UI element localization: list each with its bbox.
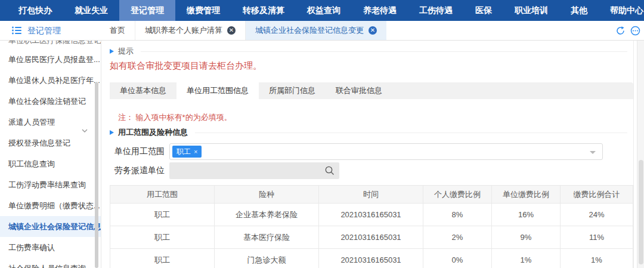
wintab-registration-change-label: 城镇企业社会保险登记信息变更 [255,25,364,36]
content-tabs: 单位基本信息 单位用工范围信息 所属部门信息 联合审批信息 [110,82,633,99]
col-header-unit-rate: 单位缴费比例 [492,186,561,204]
employment-scope-label: 单位用工范围 [114,146,169,157]
table-cell: 基本医疗保险 [215,226,319,249]
dispatch-unit-label: 劳务派遣单位 [114,165,169,176]
sidebar-item-cancel-registration[interactable]: 单位社会保险注销登记 [0,91,101,112]
hint-title: 提示 [118,46,134,57]
nav-item-medical[interactable]: 医保 [464,0,503,21]
dispatch-unit-input[interactable] [169,162,339,179]
tab-department-info[interactable]: 所属部门信息 [259,82,326,99]
tab-joint-approval[interactable]: 联合审批信息 [326,82,392,99]
sidebar-item-payment-detail[interactable]: 单位缴费明细（缴费状态... [0,195,101,216]
table-cell: 20210316165031 [319,204,423,226]
nav-item-registration[interactable]: 登记管理 [119,0,175,21]
sidebar-item-partial-top[interactable]: 单位职工医疗保险信息登记 [0,41,101,49]
sidebar-item-label: 单位职工医疗保险信息登记 [8,41,101,45]
top-nav: 打包快办 就业失业 登记管理 缴费管理 转移及清算 权益查询 养老待遇 工伤待遇… [0,0,644,21]
triangle-right-icon [110,130,114,135]
nav-item-employment[interactable]: 就业失业 [63,0,119,21]
main-content: 提示 如有联合审批变更项目请去柜台办理。 单位基本信息 单位用工范围信息 所属部… [101,41,644,268]
employment-scope-select[interactable]: 职工 × [169,143,603,160]
scope-section-header: 用工范围及险种信息 [110,128,627,137]
col-header-total-rate: 缴费比例合计 [561,186,633,204]
search-icon [324,165,335,176]
module-title[interactable]: 登记管理 [27,21,61,40]
nav-item-transfer[interactable]: 转移及清算 [231,0,296,21]
nav-item-payment[interactable]: 缴费管理 [175,0,231,21]
divider [141,51,627,52]
subbar-icons [615,26,640,36]
scope-section-title: 用工范围及险种信息 [118,127,188,138]
table-cell: 24% [561,204,633,226]
col-header-personal-rate: 个人缴费比例 [423,186,492,204]
chevron-down-icon [82,120,88,133]
dispatch-unit-row: 劳务派遣单位 [114,162,339,179]
sidebar-item-injury-rate-confirm[interactable]: 工伤费率确认 [0,237,101,258]
nav-item-rights-query[interactable]: 权益查询 [296,0,352,21]
table-cell: 1% [492,249,561,268]
wintab-registration-change[interactable]: 城镇企业社会保险登记信息变更 ✕ [246,21,386,40]
tag-close-icon[interactable]: × [194,146,197,158]
sidebar-item-injury-rate-result[interactable]: 工伤浮动费率结果查询 [0,174,101,195]
tab-employment-scope[interactable]: 单位用工范围信息 [177,82,259,99]
table-cell: 1% [561,249,633,268]
sidebar-item-label: 派遣人员管理 [8,118,55,127]
page-scrollbar[interactable] [637,41,644,268]
nav-item-package[interactable]: 打包快办 [7,0,63,21]
table-cell: 11% [561,226,633,249]
employment-scope-row: 单位用工范围 职工 × [114,143,603,160]
sidebar-item-authorized-login[interactable]: 授权登录信息登记 [0,133,101,153]
sidebar-scrollbar[interactable] [95,82,98,268]
sidebar-item-registration-change[interactable]: 城镇企业社会保险登记信息. [0,216,101,237]
table-cell: 9% [492,226,561,249]
insurance-table: 用工范围 险种 时间 个人缴费比例 单位缴费比例 缴费比例合计 职工 企业基本养… [110,185,633,268]
scope-tag-label: 职工 [177,146,191,158]
chevron-down-icon [590,151,596,154]
col-header-scope: 用工范围 [110,186,215,204]
wintab-account-clearing[interactable]: 城职养老个人账户清算 ✕ [135,21,246,40]
table-cell: 门急诊大额 [215,249,319,268]
sidebar-item-resident-medical[interactable]: 单位居民医疗人员报盘登... [0,49,101,70]
table-cell: 职工 [110,249,215,268]
close-icon[interactable]: ✕ [227,26,236,35]
table-cell: 企业基本养老保险 [215,204,319,226]
close-icon[interactable]: ✕ [369,26,377,35]
wintab-account-clearing-label: 城职养老个人账户清算 [145,25,222,36]
hint-section-header: 提示 [110,47,627,56]
window-tabs: 首页 城职养老个人账户清算 ✕ 城镇企业社会保险登记信息变更 ✕ [100,21,386,40]
table-cell: 8% [423,204,492,226]
content-right-border [633,41,634,268]
nav-item-pension[interactable]: 养老待遇 [352,0,408,21]
table-cell: 16% [492,204,561,226]
tab-basic-info[interactable]: 单位基本信息 [110,82,177,99]
required-field-note: 注： 输入项中标有*的为必填项。 [118,112,232,123]
nav-item-other[interactable]: 其他 [559,0,599,21]
wintab-home-label: 首页 [110,25,125,36]
more-circle-icon[interactable] [630,26,640,36]
table-cell: 2% [423,226,492,249]
window-tab-bar: 登记管理 首页 城职养老个人账户清算 ✕ 城镇企业社会保险登记信息变更 ✕ [0,21,644,41]
refresh-icon[interactable] [615,26,626,36]
sidebar: 单位职工医疗保险信息登记 单位居民医疗人员报盘登... 单位退休人员补足医疗年.… [0,41,101,268]
triangle-right-icon [110,49,114,54]
col-header-insurance-type: 险种 [215,186,319,204]
sidebar-item-partial-bottom[interactable]: 社会保险人员信息查询 [0,258,101,268]
scrollbar-thumb[interactable] [639,160,643,264]
alert-message: 如有联合审批变更项目请去柜台办理。 [110,60,262,72]
nav-item-training[interactable]: 职业培训 [503,0,559,21]
table-cell: 20210316165031 [319,226,423,249]
nav-item-help[interactable]: 帮助中心 [599,0,644,21]
table-cell: 职工 [110,204,215,226]
table-cell: 20210316165031 [319,249,423,268]
divider [195,133,627,133]
table-cell: 0% [423,249,492,268]
col-header-time: 时间 [319,186,423,204]
sidebar-item-dispatch-management[interactable]: 派遣人员管理 [0,112,101,133]
sidebar-item-employee-query[interactable]: 职工信息查询 [0,153,101,174]
sidebar-item-retired-supplement[interactable]: 单位退休人员补足医疗年... [0,70,101,91]
scope-tag: 职工 × [172,146,202,158]
wintab-home[interactable]: 首页 [100,21,135,40]
menu-list-icon[interactable] [12,26,22,37]
table-cell: 职工 [110,226,215,249]
nav-item-injury[interactable]: 工伤待遇 [408,0,464,21]
